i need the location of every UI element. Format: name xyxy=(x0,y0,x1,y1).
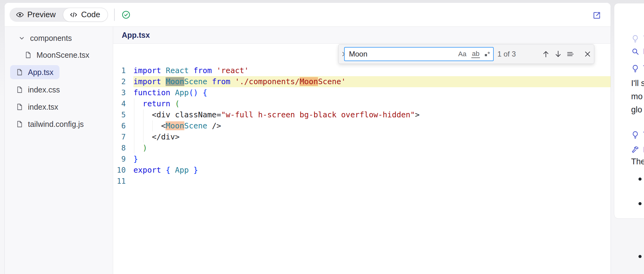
next-match-button[interactable] xyxy=(554,50,562,58)
line-number: 1 xyxy=(113,65,126,76)
code-token: from xyxy=(212,77,230,86)
find-input-wrap: Aa ab * xyxy=(344,47,494,61)
file-tree: componentsMoonScene.tsxApp.tsxindex.cssi… xyxy=(5,27,113,274)
sidebar-item-index-tsx[interactable]: index.tsx xyxy=(16,100,58,114)
code-token: return xyxy=(143,99,170,108)
find-options: Aa ab * xyxy=(458,50,493,58)
code-token xyxy=(133,143,143,152)
indent-guide xyxy=(134,120,134,131)
find-match-current: Moon xyxy=(166,77,184,86)
code-line-content: export { App } xyxy=(133,165,611,176)
code-token: App xyxy=(175,88,189,97)
match-case-toggle[interactable]: Aa xyxy=(458,51,466,57)
code-token xyxy=(170,166,175,174)
previous-match-button[interactable] xyxy=(542,50,550,58)
chat-tool-item-lightbulb[interactable]: T xyxy=(631,34,644,43)
code-token: < xyxy=(133,121,166,130)
close-find-button[interactable] xyxy=(583,50,592,58)
sidebar-item-index-css[interactable]: index.css xyxy=(16,83,60,97)
code-line-4: 4 return ( xyxy=(113,98,611,109)
code-token: function xyxy=(133,88,170,97)
page: { "toolbar": { "preview_label": "Preview… xyxy=(0,0,644,274)
sidebar-item-components[interactable]: components xyxy=(18,31,72,45)
code-line-content: </div> xyxy=(133,131,611,143)
regex-square-icon xyxy=(485,54,487,56)
code-token xyxy=(207,77,212,86)
code-token: > xyxy=(415,110,420,119)
code-line-11: 11 xyxy=(113,176,611,187)
regex-toggle[interactable]: * xyxy=(485,51,490,57)
lightbulb-icon xyxy=(631,34,639,43)
code-line-content xyxy=(133,176,611,187)
sidebar-item-tailwind-config-js[interactable]: tailwind.config.js xyxy=(16,117,84,131)
code-line-content: } xyxy=(133,154,611,165)
line-number: 9 xyxy=(113,154,126,165)
code-token: () xyxy=(189,88,198,97)
sidebar-item-label: index.css xyxy=(28,85,60,94)
indent-guide xyxy=(134,98,134,109)
code-token: <div className= xyxy=(133,110,221,119)
chevron-down-icon xyxy=(18,34,26,42)
whole-word-toggle[interactable]: ab xyxy=(471,50,480,58)
line-number: 4 xyxy=(113,98,126,109)
arrow-down-icon xyxy=(554,54,562,59)
chat-tool-item-lightbulb[interactable]: T xyxy=(631,130,644,139)
code-line-3: 3function App() { xyxy=(113,87,611,98)
sidebar-item-moonscene-tsx[interactable]: MoonScene.tsx xyxy=(24,48,89,62)
code-line-content: return ( xyxy=(133,98,611,109)
preview-tab-label: Preview xyxy=(27,10,56,19)
code-token: { xyxy=(166,166,170,174)
indent-guide xyxy=(143,120,144,131)
hammer-icon xyxy=(631,146,639,154)
view-toggle: Preview Code xyxy=(10,8,108,22)
chat-tool-item-magnifier[interactable]: E xyxy=(631,47,644,56)
sidebar-item-app-tsx[interactable]: App.tsx xyxy=(10,65,59,79)
editor-file-header: App.tsx xyxy=(113,27,611,44)
code-area[interactable]: 1import React from 'react'2import MoonSc… xyxy=(113,44,611,274)
line-number: 11 xyxy=(113,176,126,187)
code-line-content: ) xyxy=(133,143,611,154)
sidebar-item-label: tailwind.config.js xyxy=(28,120,84,129)
file-icon xyxy=(16,68,24,76)
find-match-count: 1 of 3 xyxy=(497,45,516,64)
code-tab[interactable]: Code xyxy=(63,8,108,22)
code-token: './components/ xyxy=(235,77,300,86)
find-in-selection-button[interactable] xyxy=(566,50,575,58)
open-in-window-icon[interactable] xyxy=(592,11,601,20)
code-token xyxy=(189,166,194,174)
code-token: } xyxy=(194,166,198,174)
code-token: "w-full h-screen bg-black overflow-hidde… xyxy=(221,110,415,119)
sidebar-item-label: App.tsx xyxy=(28,68,53,77)
code-line-content: function App() { xyxy=(133,87,611,98)
code-line-1: 1import React from 'react' xyxy=(113,65,611,76)
line-number: 5 xyxy=(113,109,126,120)
selection-lines-icon xyxy=(566,54,575,59)
code-token: 'react' xyxy=(217,66,249,75)
line-number: 3 xyxy=(113,87,126,98)
code-token xyxy=(161,166,166,174)
indent-guide xyxy=(134,109,134,120)
chat-tool-item-lightbulb[interactable]: T xyxy=(631,64,644,73)
toolbar-divider xyxy=(114,9,115,21)
find-input[interactable] xyxy=(345,50,458,58)
indent-guide xyxy=(143,131,144,143)
code-token: Scene xyxy=(184,121,207,130)
preview-tab[interactable]: Preview xyxy=(10,8,63,22)
code-line-7: 7 </div> xyxy=(113,131,611,143)
line-number: 10 xyxy=(113,165,126,176)
code-line-content: import MoonScene from './components/Moon… xyxy=(133,76,611,87)
code-token: React xyxy=(166,66,189,75)
magnifier-icon xyxy=(631,47,639,56)
indent-guide xyxy=(152,120,153,131)
artifact-panel: Preview Code componentsMoonScene.tsxApp.… xyxy=(4,2,611,274)
code-token xyxy=(212,66,217,75)
chat-tool-item-hammer[interactable]: M xyxy=(631,145,644,155)
code-line-content: <MoonScene /> xyxy=(133,120,611,131)
find-match: Moon xyxy=(166,121,184,130)
code-line-content: import React from 'react' xyxy=(133,65,611,76)
code-token: App xyxy=(175,166,189,174)
close-icon xyxy=(583,54,592,59)
code-line-2: 2import MoonScene from './components/Moo… xyxy=(113,76,611,87)
code-token: Scene xyxy=(184,77,207,86)
check-circle-icon xyxy=(121,10,131,19)
